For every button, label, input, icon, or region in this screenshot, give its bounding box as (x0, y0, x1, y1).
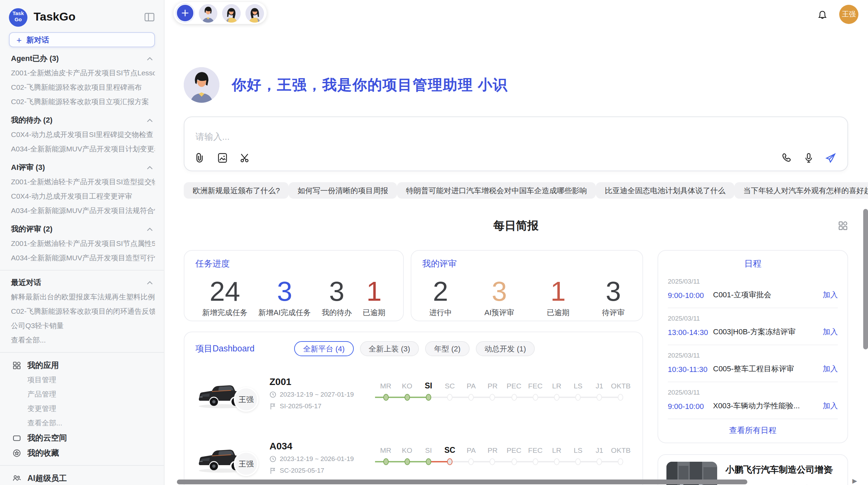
sidebar-item-favorites[interactable]: 我的收藏 (9, 445, 155, 460)
agent-avatar[interactable] (199, 4, 217, 22)
project-row[interactable]: 王强 A034 2023-12-19 ~ 2026-01-19 (195, 433, 631, 482)
image-icon[interactable] (217, 152, 228, 164)
schedule-time: 13:00-14:30 (668, 328, 713, 336)
milestone-label: PEC (503, 445, 525, 456)
flag-icon (269, 467, 276, 474)
project-row[interactable]: 王强 Z001 2023-12-19 ~ 2027-01-19 (195, 369, 631, 418)
list-item[interactable]: C02-飞腾新能源轻客改款项目立项汇报方案 (9, 95, 155, 109)
suggestion-chip[interactable]: 比亚迪全固态电池计划具体说了什么 (596, 182, 734, 199)
briefing-left-column: 任务进度 24 新增完成任务 3 新增AI完成任务 (184, 250, 643, 485)
suggestion-chip[interactable]: 当下年轻人对汽车外观有怎样的喜好趋势 (734, 182, 868, 199)
milestone-dot (575, 394, 581, 401)
project-dates-text: 2023-12-19 ~ 2026-01-19 (280, 455, 354, 463)
list-item[interactable]: C0X4-动力总成开发项目SI里程碑提交物检查 (9, 127, 155, 142)
scroll-right-arrow-icon[interactable]: ▶ (852, 478, 857, 484)
sidebar-subitem-project-mgmt[interactable]: 项目管理 (9, 373, 155, 387)
sidebar-item-cloud-space[interactable]: 我的云空间 (9, 430, 155, 445)
join-button[interactable]: 加入 (823, 364, 838, 374)
milestone-dot (597, 394, 602, 401)
suggestion-chip[interactable]: 如何写一份清晰的项目周报 (289, 182, 397, 199)
user-avatar[interactable]: 王强 (839, 5, 858, 24)
vertical-scrollbar[interactable] (863, 209, 868, 349)
phone-call-icon[interactable] (781, 152, 793, 164)
milestone-label: PA (460, 445, 482, 456)
join-button[interactable]: 加入 (823, 290, 838, 300)
list-item[interactable]: Z001-全新燃油轻卡产品开发项目SI节点属性5D文件评审 (9, 236, 155, 251)
suggestion-chips: 欧洲新规最近颁布了什么? 如何写一份清晰的项目周报 特朗普可能对进口汽车增税会对… (184, 182, 848, 199)
join-button[interactable]: 加入 (823, 401, 838, 411)
list-item[interactable]: Z001-全新燃油轻卡产品开发项目SI造型提交物评审 (9, 175, 155, 189)
sidebar-item-my-apps[interactable]: 我的应用 (9, 358, 155, 373)
milestone-label: FEC (525, 445, 546, 456)
section-recent-chats[interactable]: 最近对话 (9, 275, 155, 290)
sidebar-item-ai-super-staff[interactable]: AI超级员工 (9, 471, 155, 485)
suggestion-chip[interactable]: 欧洲新规最近颁布了什么? (184, 182, 289, 199)
section-ai-review[interactable]: AI评审 (3) (9, 160, 155, 175)
section-my-review[interactable]: 我的评审 (2) (9, 222, 155, 236)
people-icon (12, 474, 21, 483)
chevron-up-icon (147, 281, 153, 285)
schedule-card: 日程 2025/03/11 9:00-10:00 C001-立项审批会 加入 2… (658, 250, 848, 443)
section-my-todo[interactable]: 我的待办 (2) (9, 113, 155, 127)
send-icon[interactable] (825, 152, 836, 164)
main-scroll-area: 你好，王强，我是你的项目管理助理 小识 请输入... 欧洲新规最近颁布了什么? … (165, 27, 868, 485)
milestone-dot (554, 458, 559, 465)
list-item[interactable]: C02-飞腾新能源轻客改款项目的闭环通告反馈情况 (9, 304, 155, 319)
join-button[interactable]: 加入 (823, 327, 838, 337)
list-item[interactable]: 公司Q3轻卡销量 (9, 319, 155, 333)
microphone-icon[interactable] (803, 152, 815, 164)
list-item[interactable]: A034-全新新能源MUV产品开发项目计划变更表编写 (9, 142, 155, 156)
list-item[interactable]: 查看全部... (9, 333, 155, 347)
filter-pill-model-year[interactable]: 年型 (2) (425, 341, 469, 356)
flag-icon (269, 403, 276, 410)
sidebar-collapse-icon[interactable] (144, 12, 155, 23)
filter-pill-new-body[interactable]: 全新上装 (3) (360, 341, 419, 356)
milestone-track: MR KO SI SC PA PR PEC FEC LR LS J1 (375, 381, 631, 406)
clock-icon (269, 456, 276, 462)
suggestion-chip[interactable]: 特朗普可能对进口汽车增税会对中国车企造成哪些影响 (397, 182, 596, 199)
list-item[interactable]: C0X4-动力总成开发项目工程变更评审 (9, 189, 155, 203)
scissors-icon[interactable] (239, 152, 251, 164)
agent-avatar[interactable] (245, 4, 264, 22)
sidebar-lists: Agent已办 (3) Z001-全新燃油皮卡产品开发项目SI节点Lesson … (9, 51, 155, 485)
sidebar-subitem-view-all[interactable]: 查看全部... (9, 416, 155, 430)
horizontal-scrollbar[interactable] (177, 480, 747, 484)
milestone-label: LR (546, 445, 567, 456)
milestone-dot (554, 394, 559, 401)
schedule-event-title: C005-整车工程目标评审 (713, 364, 817, 374)
divider (0, 465, 164, 466)
attachment-icon[interactable] (194, 152, 206, 164)
view-all-schedule-link[interactable]: 查看所有日程 (668, 419, 838, 442)
list-item[interactable]: A034-全新新能源MUV产品开发项目法规符合性评审 (9, 203, 155, 218)
composer-right-tools (781, 152, 836, 164)
new-chat-button[interactable]: + 新对话 (9, 32, 155, 47)
chat-composer[interactable]: 请输入... (184, 116, 848, 171)
daily-briefing-title: 每日简报 (184, 219, 848, 234)
schedule-event-title: C001-立项审批会 (713, 290, 817, 300)
composer-left-tools (194, 152, 251, 164)
scroll-down-arrow-icon[interactable]: ▼ (828, 468, 834, 474)
filter-pill-new-platform[interactable]: 全新平台 (4) (294, 341, 353, 356)
agent-avatar[interactable] (222, 4, 241, 22)
list-item[interactable]: Z001-全新燃油皮卡产品开发项目SI节点Lesson Learn报告 (9, 66, 155, 80)
stat-overdue: 1 已逾期 (363, 275, 385, 318)
stat-label: 进行中 (429, 308, 452, 318)
milestone-label: PR (482, 445, 503, 456)
project-flag-text: SC-2025-05-17 (280, 467, 324, 475)
sidebar-subitem-change-mgmt[interactable]: 变更管理 (9, 401, 155, 416)
list-item[interactable]: C02-飞腾新能源轻客改款项目里程碑画布 (9, 80, 155, 95)
list-item[interactable]: A034-全新新能源MUV产品开发项目造型可行性评审 (9, 251, 155, 265)
layout-grid-icon[interactable] (838, 221, 848, 231)
stat-value: 3 (602, 275, 625, 307)
milestone-label: PR (482, 381, 503, 391)
section-agent-done[interactable]: Agent已办 (3) (9, 51, 155, 66)
list-item[interactable]: 解释最新出台的欧盟报废车法规再生塑料比例被调至15%... (9, 290, 155, 304)
sidebar-header: Task Go TaskGo (9, 7, 155, 27)
add-agent-button[interactable] (176, 4, 194, 22)
sidebar-subitem-product-mgmt[interactable]: 产品管理 (9, 387, 155, 401)
stat-label: 已逾期 (547, 308, 569, 318)
notification-bell-icon[interactable] (817, 9, 828, 20)
filter-pill-powertrain[interactable]: 动总开发 (1) (475, 341, 535, 356)
milestone-dot-done (426, 458, 431, 465)
section-label: Agent已办 (3) (11, 51, 59, 66)
